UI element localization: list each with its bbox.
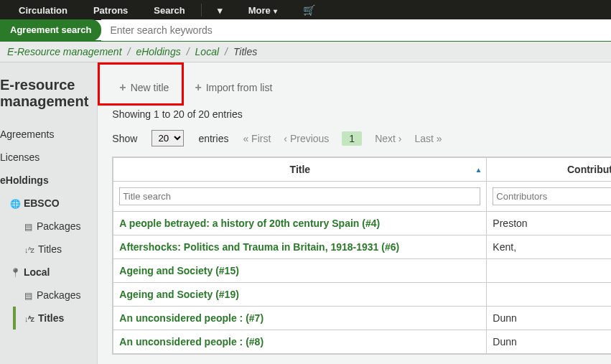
globe-icon xyxy=(10,197,21,209)
sidebar-item-label: Titles xyxy=(38,312,64,324)
breadcrumb-sep: / xyxy=(225,46,228,57)
import-from-list-button[interactable]: Import from list xyxy=(187,77,279,98)
pager-next[interactable]: Next › xyxy=(375,133,401,144)
az-icon xyxy=(24,243,34,255)
sidebar-item-label: EBSCO xyxy=(24,197,60,209)
sidebar-item-ebsco[interactable]: EBSCO xyxy=(0,192,88,215)
table-row: Ageing and Society (#15) xyxy=(113,259,611,283)
sidebar-title: E-resource management xyxy=(0,77,88,110)
pager-previous[interactable]: ‹ Previous xyxy=(284,133,329,144)
sidebar-item-local-titles[interactable]: Titles xyxy=(13,307,88,330)
pager-current: 1 xyxy=(342,131,362,146)
sidebar-item-label: Local xyxy=(24,266,50,278)
cart-icon[interactable] xyxy=(290,4,328,16)
sidebar-item-eholdings[interactable]: eHoldings xyxy=(0,169,88,192)
sidebar-item-label: Titles xyxy=(38,243,62,255)
annotation-box xyxy=(98,62,184,106)
sidebar-item-agreements[interactable]: Agreements xyxy=(0,123,88,146)
sidebar-item-licenses[interactable]: Licenses xyxy=(0,146,88,169)
col-label: Title xyxy=(290,164,311,175)
title-link[interactable]: Ageing and Society (#15) xyxy=(119,265,238,276)
contributors-cell: Dunn xyxy=(487,330,611,354)
sidebar-item-local[interactable]: Local xyxy=(0,261,88,284)
sidebar-item-ebsco-packages[interactable]: Packages xyxy=(0,215,88,238)
col-contributors[interactable]: Contributors xyxy=(487,158,611,182)
titles-table: Title ▲ Contributors A people bet xyxy=(112,157,611,355)
breadcrumb-eholdings[interactable]: eHoldings xyxy=(136,46,180,57)
breadcrumb-sep: / xyxy=(187,46,190,57)
nav-caret-dropdown[interactable]: ▾ xyxy=(205,5,235,16)
plus-icon xyxy=(195,81,202,94)
breadcrumb-local[interactable]: Local xyxy=(195,46,219,57)
sidebar-item-label: Packages xyxy=(37,289,80,301)
nav-search[interactable]: Search xyxy=(141,5,197,16)
sidebar-item-label: Packages xyxy=(37,220,80,232)
contributors-filter-input[interactable] xyxy=(493,187,611,205)
pager-row: Show 20 entries « First ‹ Previous 1 Nex… xyxy=(112,130,611,146)
breadcrumb-sep: / xyxy=(128,46,131,57)
layout: E-resource management Agreements License… xyxy=(0,62,611,364)
title-link[interactable]: A people betrayed: a history of 20th cen… xyxy=(119,218,380,229)
table-row: A people betrayed: a history of 20th cen… xyxy=(113,212,611,235)
toolbar: New title Import from list xyxy=(112,77,611,98)
search-bar: Agreement search xyxy=(0,20,611,42)
contributors-cell: Kent, xyxy=(487,235,611,259)
search-input[interactable] xyxy=(101,19,611,41)
button-label: Import from list xyxy=(206,82,273,93)
contributors-cell xyxy=(487,259,611,283)
title-link[interactable]: Ageing and Society (#19) xyxy=(119,289,238,300)
breadcrumb-current: Titles xyxy=(233,46,257,57)
sidebar: E-resource management Agreements License… xyxy=(0,62,98,364)
pager: « First ‹ Previous 1 Next › Last » xyxy=(243,131,442,146)
package-icon xyxy=(24,289,32,301)
main-content: New title Import from list Showing 1 to … xyxy=(98,62,611,364)
table-row: An unconsidered people : (#7) Dunn xyxy=(113,307,611,330)
contributors-cell: Preston xyxy=(487,212,611,235)
table-row: Ageing and Society (#19) xyxy=(113,283,611,307)
page-size-select[interactable]: 20 xyxy=(151,130,184,146)
breadcrumb: E-Resource management / eHoldings / Loca… xyxy=(0,42,611,62)
showing-count: Showing 1 to 20 of 20 entries xyxy=(112,108,611,120)
table-row: Aftershocks: Politics and Trauma in Brit… xyxy=(113,235,611,259)
title-link[interactable]: An unconsidered people : (#7) xyxy=(119,312,263,324)
table-row: An unconsidered people : (#8) Dunn xyxy=(113,330,611,354)
pin-icon xyxy=(10,266,21,278)
show-label: Show xyxy=(112,133,137,144)
title-link[interactable]: Aftershocks: Politics and Trauma in Brit… xyxy=(119,241,399,253)
top-nav: Circulation Patrons Search ▾ More xyxy=(0,0,611,20)
sort-asc-icon: ▲ xyxy=(475,166,482,174)
pager-last[interactable]: Last » xyxy=(415,133,442,144)
package-icon xyxy=(24,220,32,232)
title-filter-input[interactable] xyxy=(119,187,480,205)
pager-first[interactable]: « First xyxy=(243,133,271,144)
col-title[interactable]: Title ▲ xyxy=(113,158,487,182)
col-label: Contributors xyxy=(567,164,611,175)
az-icon xyxy=(24,312,34,324)
breadcrumb-erm[interactable]: E-Resource management xyxy=(7,46,122,57)
sidebar-item-local-packages[interactable]: Packages xyxy=(0,284,88,307)
entries-label: entries xyxy=(198,133,228,144)
nav-circulation[interactable]: Circulation xyxy=(6,5,80,16)
nav-separator xyxy=(201,4,202,17)
title-link[interactable]: An unconsidered people : (#8) xyxy=(119,336,263,347)
search-scope-pill[interactable]: Agreement search xyxy=(0,19,101,41)
contributors-cell xyxy=(487,283,611,307)
nav-patrons[interactable]: Patrons xyxy=(80,5,141,16)
sidebar-item-ebsco-titles[interactable]: Titles xyxy=(0,238,88,261)
nav-more[interactable]: More xyxy=(235,5,290,16)
contributors-cell: Dunn xyxy=(487,307,611,330)
